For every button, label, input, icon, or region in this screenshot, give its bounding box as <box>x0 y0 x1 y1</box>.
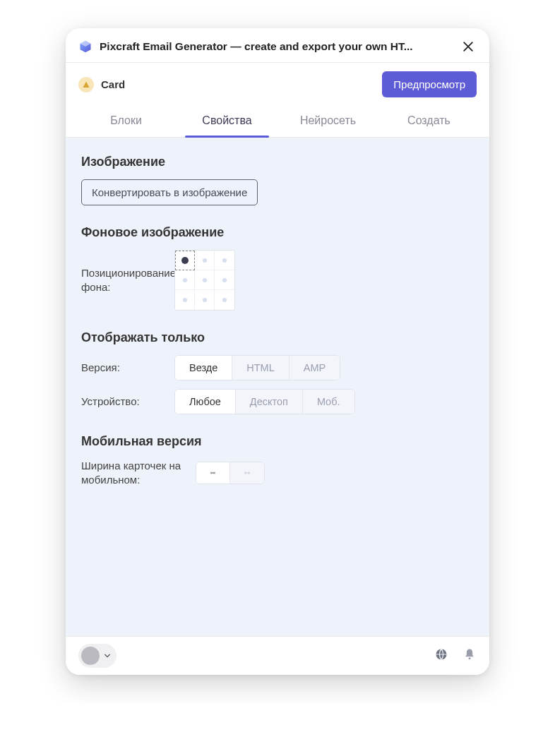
tab-bar: Блоки Свойства Нейросеть Создать <box>66 106 489 138</box>
titlebar: Pixcraft Email Generator — create and ex… <box>66 28 489 62</box>
section-mobile-title: Мобильная версия <box>81 434 474 449</box>
avatar-icon <box>81 647 100 665</box>
bg-pos-bot-center[interactable] <box>195 290 215 310</box>
bg-pos-top-center[interactable] <box>195 251 215 270</box>
tab-properties[interactable]: Свойства <box>179 106 275 137</box>
version-option-everywhere[interactable]: Везде <box>175 356 232 380</box>
convert-to-image-button[interactable]: Конвертировать в изображение <box>81 179 258 205</box>
mobile-width-segmented <box>196 462 265 484</box>
app-logo-icon <box>78 40 92 54</box>
version-label: Версия: <box>81 361 166 375</box>
card-type-label: Card <box>101 78 125 90</box>
svg-point-1 <box>469 657 471 659</box>
section-bg-title: Фоновое изображение <box>81 225 474 240</box>
globe-icon[interactable] <box>434 647 448 664</box>
version-option-html[interactable]: HTML <box>232 356 289 380</box>
bg-position-label: Позиционирование фона: <box>81 266 166 295</box>
properties-panel: Изображение Конвертировать в изображение… <box>66 138 489 636</box>
version-segmented: Везде HTML AMP <box>174 355 340 380</box>
device-option-mobile[interactable]: Моб. <box>303 390 354 414</box>
section-showonly-title: Отображать только <box>81 330 474 345</box>
close-button[interactable] <box>460 38 477 55</box>
bg-pos-bot-right[interactable] <box>215 290 234 310</box>
section-image: Изображение Конвертировать в изображение <box>81 155 474 205</box>
tab-blocks[interactable]: Блоки <box>78 106 174 137</box>
footer-bar <box>66 636 489 675</box>
user-menu[interactable] <box>78 644 117 668</box>
bg-pos-mid-left[interactable] <box>175 270 195 290</box>
bg-pos-top-left[interactable] <box>175 251 195 270</box>
preview-button[interactable]: Предпросмотр <box>382 71 477 97</box>
section-image-title: Изображение <box>81 155 474 169</box>
bg-pos-mid-right[interactable] <box>215 270 234 290</box>
mobile-width-full[interactable] <box>230 462 264 484</box>
bg-pos-mid-center[interactable] <box>195 270 215 290</box>
section-mobile: Мобильная версия Ширина карточек на моби… <box>81 434 474 488</box>
bell-icon[interactable] <box>462 647 477 664</box>
window-title: Pixcraft Email Generator — create and ex… <box>100 40 453 53</box>
chevron-down-icon <box>104 651 111 661</box>
app-window: Pixcraft Email Generator — create and ex… <box>66 28 489 675</box>
version-option-amp[interactable]: AMP <box>290 356 340 380</box>
bg-pos-top-right[interactable] <box>215 251 234 270</box>
device-option-any[interactable]: Любое <box>175 390 236 414</box>
subheader: Card Предпросмотр <box>66 63 489 106</box>
section-show-only: Отображать только Версия: Везде HTML AMP… <box>81 330 474 414</box>
mobile-width-fixed[interactable] <box>196 462 230 484</box>
device-segmented: Любое Десктоп Моб. <box>174 389 355 414</box>
bg-pos-bot-left[interactable] <box>175 290 195 310</box>
bg-position-grid <box>174 250 235 311</box>
tab-create[interactable]: Создать <box>381 106 477 137</box>
section-background-image: Фоновое изображение Позиционирование фон… <box>81 225 474 311</box>
mobile-card-width-label: Ширина карточек на мобильном: <box>81 459 187 488</box>
footer-actions <box>434 647 477 664</box>
card-indicator: Card <box>78 77 125 92</box>
tab-ai[interactable]: Нейросеть <box>280 106 376 137</box>
card-badge-icon <box>78 77 94 92</box>
device-label: Устройство: <box>81 395 166 409</box>
device-option-desktop[interactable]: Десктоп <box>236 390 303 414</box>
